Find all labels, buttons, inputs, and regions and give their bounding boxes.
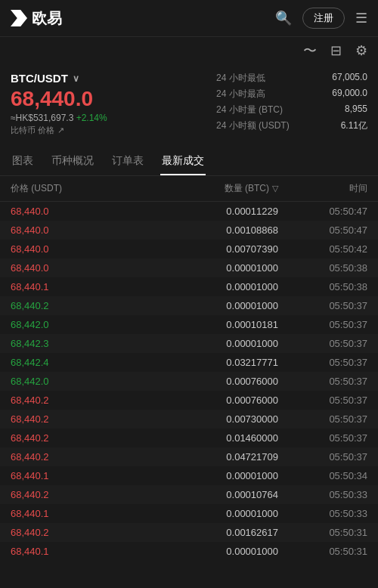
trade-time: 05:50:38	[278, 262, 367, 274]
table-row: 68,442.0 0.00010181 05:50:37	[0, 315, 378, 334]
register-button[interactable]: 注册	[302, 8, 345, 29]
grid-icon[interactable]: ⊟	[330, 42, 342, 59]
trade-time: 05:50:42	[278, 243, 367, 255]
settings-icon[interactable]: ⚙	[355, 42, 367, 59]
external-link-icon[interactable]: ↗	[57, 125, 64, 135]
trade-time: 05:50:47	[278, 224, 367, 236]
search-icon[interactable]: 🔍	[275, 10, 292, 26]
tab-orders[interactable]: 订单表	[110, 148, 145, 175]
table-row: 68,440.1 0.00001000 05:50:38	[0, 277, 378, 296]
trade-price: 68,442.3	[11, 338, 144, 349]
trade-amount: 0.00010181	[144, 319, 278, 330]
table-row: 68,440.1 0.00001000 05:50:31	[0, 542, 378, 561]
trade-time: 05:50:37	[278, 338, 367, 349]
trade-rows: 68,440.0 0.00011229 05:50:47 68,440.0 0.…	[0, 202, 378, 561]
col-price-header: 价格 (USDT)	[11, 182, 144, 195]
trade-price: 68,440.2	[11, 432, 144, 444]
tab-overview[interactable]: 币种概况	[50, 148, 95, 175]
price-section: BTC/USDT ∨ 68,440.0 ≈HK$531,697.3 +2.14%…	[0, 64, 378, 144]
trade-time: 05:50:38	[278, 281, 367, 292]
table-row: 68,442.4 0.03217771 05:50:37	[0, 353, 378, 372]
trade-price: 68,440.2	[11, 395, 144, 406]
trade-price: 68,440.2	[11, 300, 144, 311]
trade-price: 68,440.2	[11, 489, 144, 500]
pair-title: BTC/USDT ∨	[11, 72, 209, 85]
trade-amount: 0.00001000	[144, 262, 278, 274]
filter-icon[interactable]: ▽	[272, 184, 278, 193]
trade-amount: 0.00001000	[144, 300, 278, 311]
logo-text: 欧易	[32, 8, 62, 29]
trade-amount: 0.00010764	[144, 489, 278, 500]
trade-price: 68,440.0	[11, 262, 144, 274]
trade-time: 05:50:31	[278, 527, 367, 538]
trade-table: 价格 (USDT) 数量 (BTC) ▽ 时间 68,440.0 0.00011…	[0, 176, 378, 561]
table-row: 68,440.0 0.00707390 05:50:42	[0, 240, 378, 258]
pair-name: BTC/USDT	[11, 72, 68, 85]
tabs: 图表币种概况订单表最新成交	[0, 148, 378, 176]
trade-amount: 0.04721709	[144, 451, 278, 463]
col-amount-label: 数量 (BTC)	[225, 182, 269, 195]
trade-price: 68,440.0	[11, 224, 144, 236]
stat-value: 69,000.0	[332, 88, 367, 101]
header: 欧易 🔍 注册 ☰	[0, 0, 378, 37]
trade-time: 05:50:37	[278, 395, 367, 406]
table-row: 68,440.1 0.00001000 05:50:34	[0, 466, 378, 485]
header-right: 🔍 注册 ☰	[275, 8, 367, 29]
table-row: 68,442.0 0.00076000 05:50:37	[0, 372, 378, 391]
table-row: 68,440.2 0.00010764 05:50:33	[0, 485, 378, 504]
trade-amount: 0.00162617	[144, 527, 278, 538]
trade-time: 05:50:33	[278, 489, 367, 500]
trade-time: 05:50:37	[278, 300, 367, 311]
trade-amount: 0.00001000	[144, 546, 278, 557]
col-time-header: 时间	[278, 182, 367, 195]
pair-arrow[interactable]: ∨	[73, 73, 79, 84]
trade-amount: 0.00001000	[144, 281, 278, 292]
table-row: 68,440.2 0.00162617 05:50:31	[0, 523, 378, 542]
price-hkd: ≈HK$531,697.3 +2.14%	[11, 113, 209, 123]
trade-amount: 0.00001000	[144, 470, 278, 481]
stat-row: 24 小时最低67,005.0	[216, 72, 367, 85]
hkd-value: ≈HK$531,697.3	[11, 113, 73, 123]
trade-time: 05:50:37	[278, 357, 367, 368]
stat-label: 24 小时量 (BTC)	[216, 104, 283, 116]
trade-price: 68,442.0	[11, 376, 144, 387]
price-main: 68,440.0	[11, 88, 209, 111]
stat-row: 24 小时额 (USDT)6.11亿	[216, 119, 367, 132]
trade-time: 05:50:37	[278, 319, 367, 330]
table-row: 68,440.2 0.00730000 05:50:37	[0, 410, 378, 429]
tab-chart[interactable]: 图表	[11, 148, 35, 175]
col-amount-header: 数量 (BTC) ▽	[144, 182, 278, 195]
trade-amount: 0.00001000	[144, 338, 278, 349]
menu-icon[interactable]: ☰	[355, 10, 367, 26]
trade-amount: 0.00001000	[144, 508, 278, 519]
chart-icon[interactable]: 〜	[303, 42, 317, 60]
stat-value: 67,005.0	[332, 72, 367, 85]
trade-amount: 0.00730000	[144, 413, 278, 425]
stat-label: 24 小时最低	[216, 72, 265, 85]
trade-price: 68,440.1	[11, 508, 144, 519]
trade-price: 68,442.0	[11, 319, 144, 330]
tab-trades[interactable]: 最新成交	[160, 148, 206, 175]
trade-amount: 0.00707390	[144, 243, 278, 255]
table-row: 68,440.1 0.00001000 05:50:33	[0, 504, 378, 523]
trade-price: 68,440.1	[11, 546, 144, 557]
table-row: 68,442.3 0.00001000 05:50:37	[0, 334, 378, 353]
stat-value: 6.11亿	[341, 119, 367, 132]
price-stats: 24 小时最低67,005.024 小时最高69,000.024 小时量 (BT…	[216, 72, 367, 136]
table-row: 68,440.0 0.00001000 05:50:38	[0, 258, 378, 277]
trade-price: 68,440.1	[11, 281, 144, 292]
logo: 欧易	[11, 8, 62, 29]
trade-amount: 0.00108868	[144, 224, 278, 236]
stat-label: 24 小时最高	[216, 88, 265, 101]
trade-time: 05:50:34	[278, 470, 367, 481]
trade-time: 05:50:47	[278, 206, 367, 217]
trade-time: 05:50:37	[278, 432, 367, 444]
table-row: 68,440.0 0.00011229 05:50:47	[0, 202, 378, 221]
sub-header: 〜 ⊟ ⚙	[0, 37, 378, 64]
trade-amount: 0.03217771	[144, 357, 278, 368]
table-header: 价格 (USDT) 数量 (BTC) ▽ 时间	[0, 176, 378, 202]
stat-row: 24 小时最高69,000.0	[216, 88, 367, 101]
trade-time: 05:50:37	[278, 451, 367, 463]
trade-price: 68,442.4	[11, 357, 144, 368]
coin-label: 比特币 价格	[11, 125, 54, 136]
